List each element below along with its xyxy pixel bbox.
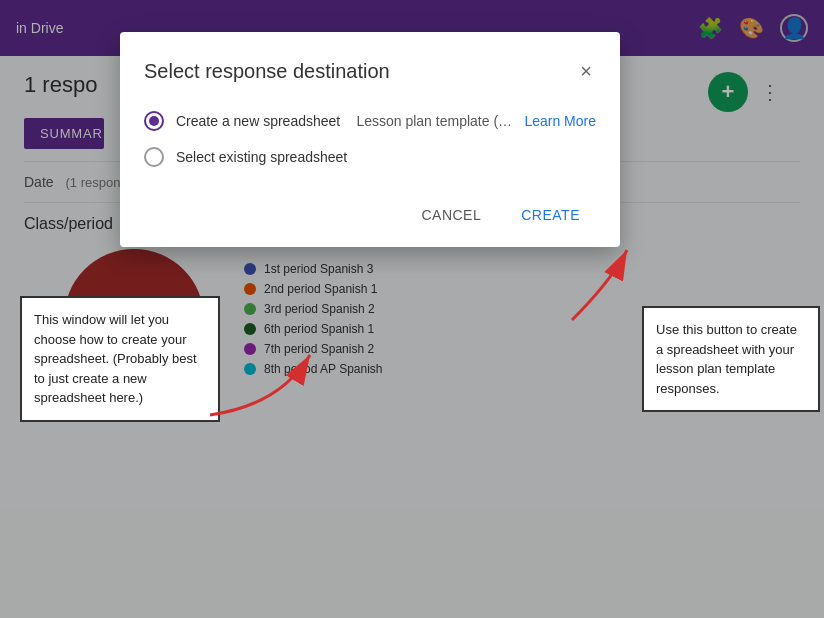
modal-title: Select response destination	[144, 60, 390, 83]
modal-header: Select response destination ×	[144, 56, 596, 87]
modal-actions: CANCEL CREATE	[144, 199, 596, 231]
modal-options: Create a new spreadsheet Lesson plan tem…	[144, 111, 596, 167]
radio-create-new[interactable]	[144, 111, 164, 131]
option-select-existing[interactable]: Select existing spreadsheet	[144, 147, 596, 167]
create-button[interactable]: CREATE	[505, 199, 596, 231]
option-create-new-label: Create a new spreadsheet	[176, 113, 340, 129]
radio-inner-dot	[149, 116, 159, 126]
cancel-button[interactable]: CANCEL	[405, 199, 497, 231]
arrow-right	[552, 240, 642, 334]
spreadsheet-name-text: Lesson plan template (Respo	[356, 113, 516, 129]
arrow-left	[200, 345, 320, 429]
select-response-destination-modal: Select response destination × Create a n…	[120, 32, 620, 247]
learn-more-link[interactable]: Learn More	[524, 113, 596, 129]
radio-select-existing[interactable]	[144, 147, 164, 167]
annotation-box-right: Use this button to create a spreadsheet …	[642, 306, 820, 412]
annotation-box-left: This window will let you choose how to c…	[20, 296, 220, 422]
option-select-existing-label: Select existing spreadsheet	[176, 149, 347, 165]
modal-close-button[interactable]: ×	[576, 56, 596, 87]
option-create-new[interactable]: Create a new spreadsheet Lesson plan tem…	[144, 111, 596, 131]
option-extra: Lesson plan template (Respo Learn More	[356, 113, 596, 129]
